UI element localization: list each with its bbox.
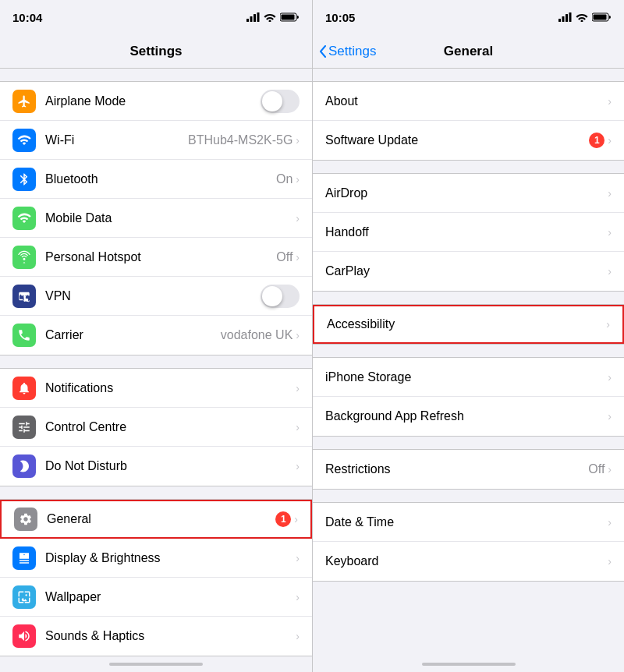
restrictions-chevron: › [608, 463, 612, 476]
wifi-icon-bg [12, 129, 36, 152]
carrier-chevron: › [296, 329, 300, 341]
carrier-content: Carrier vodafone UK › [45, 328, 300, 342]
carrier-right: vodafone UK › [221, 328, 300, 342]
left-group-2: Notifications › Control Centre › [0, 368, 312, 486]
row-accessibility[interactable]: Accessibility › [313, 305, 624, 344]
row-restrictions[interactable]: Restrictions Off › [313, 450, 624, 489]
svg-rect-8 [566, 14, 568, 22]
wallpaper-content: Wallpaper › [45, 590, 300, 604]
keyboard-label: Keyboard [325, 554, 379, 568]
control-content: Control Centre › [45, 420, 300, 434]
right-list-5: Restrictions Off › [313, 449, 624, 490]
mobile-data-chevron: › [296, 212, 300, 225]
sounds-content: Sounds & Haptics › [45, 629, 300, 643]
right-group-6: Date & Time › Keyboard › [313, 502, 624, 582]
row-keyboard[interactable]: Keyboard › [313, 542, 624, 581]
background-refresh-content: Background App Refresh › [325, 409, 612, 423]
background-refresh-chevron: › [608, 410, 612, 423]
vpn-toggle[interactable] [261, 285, 300, 308]
right-scroll-area[interactable]: About › Software Update 1 › [313, 69, 624, 656]
svg-rect-11 [594, 15, 607, 20]
handoff-right: › [608, 226, 612, 239]
left-group-1: Airplane Mode Wi-Fi BTHub4-MS2K-5G [0, 81, 312, 355]
left-group-3: General 1 › Display & Brightness [0, 499, 312, 656]
display-right: › [296, 552, 300, 564]
row-carplay[interactable]: CarPlay › [313, 252, 624, 291]
dnd-chevron: › [296, 460, 300, 472]
right-home-bar [422, 663, 516, 666]
airplane-toggle[interactable] [261, 90, 300, 113]
bluetooth-icon-bg [12, 168, 36, 191]
row-handoff[interactable]: Handoff › [313, 213, 624, 252]
notifications-right: › [296, 382, 300, 394]
row-date-time[interactable]: Date & Time › [313, 503, 624, 542]
row-carrier[interactable]: Carrier vodafone UK › [0, 316, 312, 355]
wifi-status-icon [264, 12, 276, 22]
handoff-content: Handoff › [325, 225, 612, 239]
row-control-centre[interactable]: Control Centre › [0, 408, 312, 447]
wallpaper-icon-bg [12, 585, 36, 609]
battery-icon [280, 12, 300, 22]
row-do-not-disturb[interactable]: Do Not Disturb › [0, 447, 312, 486]
left-home-indicator [0, 656, 312, 672]
right-group-4: iPhone Storage › Background App Refresh … [313, 357, 624, 437]
row-general[interactable]: General 1 › [0, 500, 312, 539]
right-nav-bar: Settings General [313, 34, 624, 69]
svg-rect-2 [254, 14, 256, 22]
wifi-label: Wi-Fi [45, 133, 74, 147]
control-right: › [296, 421, 300, 433]
row-airdrop[interactable]: AirDrop › [313, 174, 624, 213]
row-sounds-haptics[interactable]: Sounds & Haptics › [0, 617, 312, 656]
left-nav-title: Settings [129, 44, 182, 59]
right-list-1: About › Software Update 1 › [313, 81, 624, 161]
row-about[interactable]: About › [313, 82, 624, 121]
mobile-data-right: › [296, 212, 300, 225]
hotspot-icon [17, 250, 31, 264]
hotspot-right: Off › [276, 250, 300, 264]
wallpaper-chevron: › [296, 591, 300, 603]
left-scroll-area[interactable]: Airplane Mode Wi-Fi BTHub4-MS2K-5G [0, 69, 312, 656]
row-background-refresh[interactable]: Background App Refresh › [313, 397, 624, 436]
accessibility-chevron: › [606, 318, 610, 331]
airdrop-label: AirDrop [325, 186, 367, 200]
row-notifications[interactable]: Notifications › [0, 369, 312, 408]
vpn-label: VPN [45, 289, 71, 303]
row-vpn[interactable]: VPN [0, 277, 312, 316]
right-time: 10:05 [325, 11, 355, 24]
row-software-update[interactable]: Software Update 1 › [313, 121, 624, 160]
accessibility-right: › [606, 318, 610, 331]
left-home-bar [109, 663, 203, 666]
mobile-data-label: Mobile Data [45, 211, 112, 225]
row-wallpaper[interactable]: Wallpaper › [0, 578, 312, 617]
right-panel: 10:05 Settings General [312, 0, 624, 672]
wallpaper-icon [17, 590, 31, 604]
row-iphone-storage[interactable]: iPhone Storage › [313, 358, 624, 397]
right-list-3: Accessibility › [313, 304, 624, 345]
restrictions-content: Restrictions Off › [325, 462, 612, 476]
hotspot-label: Personal Hotspot [45, 250, 141, 264]
row-airplane-mode[interactable]: Airplane Mode [0, 82, 312, 121]
row-wifi[interactable]: Wi-Fi BTHub4-MS2K-5G › [0, 121, 312, 160]
right-nav-back[interactable]: Settings [319, 44, 376, 59]
keyboard-content: Keyboard › [325, 554, 612, 568]
sliders-icon [17, 420, 31, 434]
iphone-storage-right: › [608, 371, 612, 384]
row-display-brightness[interactable]: Display & Brightness › [0, 539, 312, 578]
display-content: Display & Brightness › [45, 551, 300, 565]
right-status-bar: 10:05 [313, 0, 624, 34]
vpn-icon-bg [12, 285, 36, 308]
bluetooth-right: On › [276, 172, 300, 186]
iphone-storage-content: iPhone Storage › [325, 370, 612, 384]
right-home-indicator [313, 656, 624, 672]
carplay-label: CarPlay [325, 264, 370, 278]
sounds-right: › [296, 630, 300, 642]
row-bluetooth[interactable]: Bluetooth On › [0, 160, 312, 199]
about-chevron: › [608, 95, 612, 108]
right-list-4: iPhone Storage › Background App Refresh … [313, 357, 624, 437]
row-mobile-data[interactable]: Mobile Data › [0, 199, 312, 238]
sound-icon [17, 629, 31, 643]
right-group-5: Restrictions Off › [313, 449, 624, 490]
hotspot-chevron: › [296, 251, 300, 263]
row-personal-hotspot[interactable]: Personal Hotspot Off › [0, 238, 312, 277]
left-status-icons [246, 12, 300, 22]
